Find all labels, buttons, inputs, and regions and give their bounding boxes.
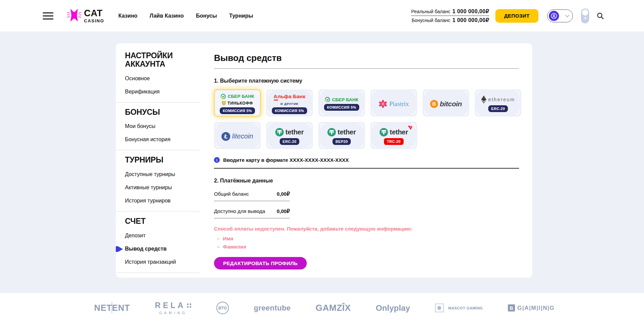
account-menu[interactable] [547, 9, 573, 22]
nav-bonuses[interactable]: Бонусы [196, 13, 217, 19]
network-badge: ERC-20 [280, 138, 300, 145]
total-balance-row: Общий баланс 0,00₽ [214, 191, 290, 201]
provider-btg: BTG [216, 302, 229, 314]
payment-card-litecoin[interactable]: Ł litecoin [214, 122, 261, 149]
hamburger-menu-icon[interactable] [43, 12, 53, 20]
network-badge: BEP20 [332, 138, 351, 145]
sidebar-item-deposit[interactable]: Депозит [125, 233, 196, 239]
total-balance-value: 0,00₽ [277, 191, 290, 197]
payment-card-tether-bep20[interactable]: tether BEP20 [318, 122, 365, 149]
sberbank-icon [325, 97, 330, 102]
edit-profile-button[interactable]: РЕДАКТИРОВАТЬ ПРОФИЛЬ [214, 257, 307, 270]
sidebar-title-account: СЧЕТ [125, 217, 196, 225]
bullet: – [217, 236, 220, 241]
payment-card-ethereum[interactable]: ethereum ERC-20 [475, 89, 521, 116]
relax-dots-icon [187, 303, 191, 308]
payment-methods-grid: СБЕР БАНК ТИНЬКОФФ КОМИССИЯ 5% Альфа Бан… [214, 89, 527, 149]
bonus-balance-row: Бонусный баланс 1 000 000,00₽ [411, 16, 489, 24]
nav-live-casino[interactable]: Лайв Казино [150, 13, 184, 19]
sidebar-item-active-tournaments[interactable]: Активные турниры [125, 185, 196, 191]
tron-icon [408, 125, 412, 131]
corner-marks [320, 91, 363, 115]
payment-card-alfa-bank[interactable]: Альфа Банк И ДРУГИЕ КОМИССИЯ 5% [266, 89, 313, 116]
piastrix-flower-icon [379, 100, 387, 108]
bonus-balance-value: 1 000 000,00₽ [452, 17, 489, 23]
sidebar-item-bonus-history[interactable]: Бонусная история [125, 136, 196, 143]
tinkoff-label: ТИНЬКОФФ [228, 101, 253, 106]
balance-block: Реальный баланс 1 000 000,00₽ Бонусный б… [411, 7, 489, 24]
nav-tournaments[interactable]: Турниры [229, 13, 253, 19]
litecoin-icon: Ł [221, 132, 230, 141]
info-icon: i [214, 157, 220, 163]
deposit-button[interactable]: ДЕПОЗИТ [495, 9, 538, 23]
netent-divider [112, 302, 112, 313]
sidebar-item-available-tournaments[interactable]: Доступные турниры [125, 171, 196, 177]
total-balance-label: Общий баланс [214, 191, 249, 197]
cat-logo-icon [67, 8, 81, 24]
provider-greentube: greentube [254, 304, 291, 313]
sidebar-item-verification[interactable]: Верификация [125, 89, 196, 95]
available-balance-value: 0,00₽ [277, 208, 290, 214]
sberbank-icon [220, 94, 226, 99]
bgaming-b-icon: B [508, 304, 515, 311]
payment-card-tether-erc20[interactable]: tether ERC-20 [266, 122, 313, 149]
logo-title: CAT [84, 9, 104, 18]
real-balance-row: Реальный баланс 1 000 000,00₽ [411, 7, 489, 16]
sber-label: СБЕР БАНК [332, 97, 358, 102]
real-balance-label: Реальный баланс [411, 9, 450, 14]
avatar [549, 11, 559, 21]
main-nav: Казино Лайв Казино Бонусы Турниры [119, 13, 253, 19]
page-title: Вывод средств [214, 53, 519, 63]
nav-casino[interactable]: Казино [119, 13, 137, 19]
provider-mascot-gaming: ꕥ MASCOT GAMING [435, 304, 483, 312]
title-divider [214, 68, 519, 69]
alfa-others-label: И ДРУГИЕ [280, 102, 298, 106]
sidebar-item-transaction-history[interactable]: История транзакций [125, 259, 196, 265]
tether-label: tether [390, 128, 408, 136]
withdrawal-content: Вывод средств 1. Выберите платежную сист… [214, 43, 519, 278]
ethereum-label: ethereum [488, 97, 515, 102]
payment-card-tether-trc20[interactable]: tether TRC-20 [370, 122, 417, 149]
cat-casino-logo[interactable]: CAT CASINO [67, 8, 104, 24]
piastrix-label: Piastrix [389, 100, 409, 108]
sidebar-item-my-bonuses[interactable]: Мои бонусы [125, 123, 196, 129]
litecoin-label: litecoin [232, 132, 253, 140]
tether-icon [380, 128, 388, 136]
top-header: CAT CASINO Казино Лайв Казино Бонусы Тур… [0, 0, 644, 31]
ethereum-icon [481, 95, 487, 104]
network-badge: ERC-20 [488, 105, 508, 112]
sidebar-item-withdrawal[interactable]: Вывод средств [125, 246, 196, 252]
sidebar-title-account-settings: НАСТРОЙКИ АККАУНТА [125, 51, 196, 68]
info-note-text: Вводите карту в формате ХХХХ-ХХХХ-ХХХХ-Х… [223, 157, 349, 163]
svg-text:Ł: Ł [224, 133, 228, 139]
search-button[interactable] [597, 12, 604, 20]
provider-gamzix: GAMZÎX [316, 303, 351, 313]
active-item-arrow-icon [116, 246, 123, 252]
sidebar-item-tournament-history[interactable]: История турниров [125, 198, 196, 204]
alfa-bank-label: Альфа Банк [274, 93, 305, 100]
network-badge: TRC-20 [384, 138, 404, 145]
page-body: НАСТРОЙКИ АККАУНТА Основное Верификация … [0, 31, 644, 278]
btg-badge-icon: BTG [216, 302, 229, 314]
payment-card-sberbank[interactable]: СБЕР БАНК КОМИССИЯ 5% [318, 89, 365, 116]
chevron-down-icon [565, 13, 570, 19]
commission-badge: КОМИССИЯ 5% [272, 107, 307, 114]
provider-bgaming: B G|A|M|I|N|G [508, 304, 555, 311]
tether-icon [327, 128, 336, 136]
missing-last-name: Фамилия [223, 244, 246, 250]
sidebar-title-bonuses: БОНУСЫ [125, 108, 196, 116]
step2-label: 2. Платёжные данные [214, 178, 519, 184]
search-icon [597, 12, 604, 20]
bitcoin-icon: B [430, 100, 438, 108]
toggle-knob [582, 9, 588, 16]
theme-toggle[interactable] [581, 8, 589, 23]
payment-card-piastrix[interactable]: Piastrix [370, 89, 417, 116]
tether-icon [275, 128, 284, 136]
payment-card-bitcoin[interactable]: B bitcoin [423, 89, 469, 116]
tinkoff-icon [222, 101, 226, 105]
sidebar-title-tournaments: ТУРНИРЫ [125, 156, 196, 164]
provider-netent: NETENT [94, 303, 130, 313]
sidebar-item-main[interactable]: Основное [125, 76, 196, 82]
tether-label: tether [338, 128, 356, 136]
payment-card-sber-tinkoff[interactable]: СБЕР БАНК ТИНЬКОФФ КОМИССИЯ 5% [214, 89, 261, 116]
